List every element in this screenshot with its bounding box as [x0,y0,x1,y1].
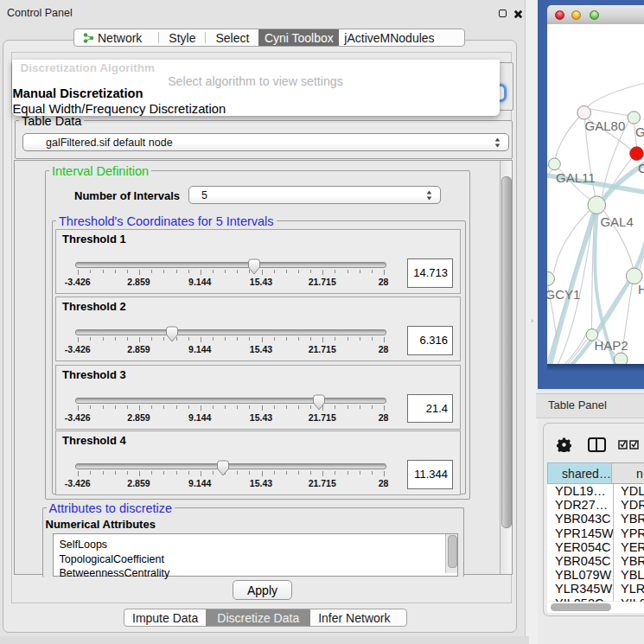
svg-text:GAL80: GAL80 [584,118,625,133]
svg-text:GAL4: GAL4 [600,214,633,229]
svg-text:GCY1: GCY1 [547,287,580,302]
svg-text:GA: GA [635,124,644,139]
svg-text:H: H [638,282,644,296]
svg-text:GAL11: GAL11 [556,170,596,185]
svg-text:HAP2: HAP2 [594,338,628,353]
svg-text:CY: CY [638,161,644,175]
